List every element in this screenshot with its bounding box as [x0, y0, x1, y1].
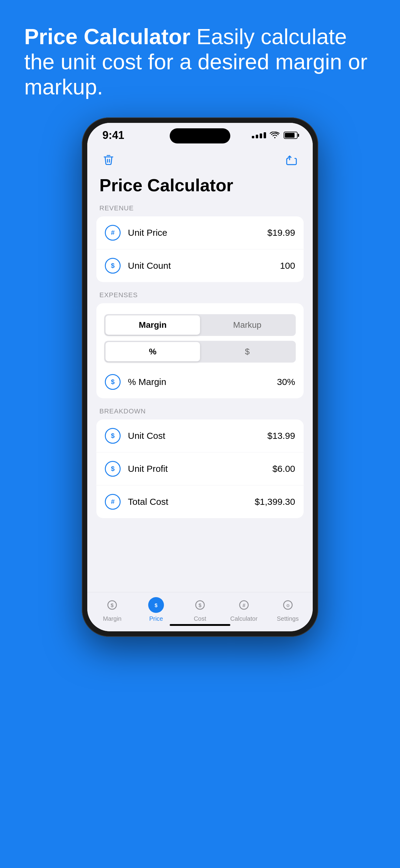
revenue-section-label: REVENUE [96, 204, 304, 216]
calculator-tab-icon: # [236, 597, 252, 613]
expenses-section-label: EXPENSES [96, 291, 304, 303]
phone-wrapper: 9:41 [0, 117, 400, 868]
percent-dollar-segment[interactable]: % $ [104, 341, 296, 363]
toolbar [96, 145, 304, 172]
phone-screen: 9:41 [87, 123, 313, 631]
phone-frame: 9:41 [82, 117, 318, 637]
signal-icon [252, 132, 266, 138]
tab-price[interactable]: $ Price [134, 597, 178, 622]
status-time: 9:41 [103, 129, 124, 142]
revenue-card: # Unit Price $19.99 $ Unit Count 100 [96, 216, 304, 282]
share-icon [286, 154, 297, 165]
share-button[interactable] [282, 151, 301, 169]
expenses-card: Margin Markup % $ $ % Margin 30% [96, 303, 304, 398]
cost-tab-icon: $ [192, 597, 208, 613]
breakdown-section-label: BREAKDOWN [96, 407, 304, 420]
tab-calculator[interactable]: # Calculator [222, 597, 266, 622]
battery-icon [284, 132, 297, 139]
app-content: Price Calculator REVENUE # Unit Price $1… [87, 145, 313, 579]
unit-cost-icon: $ [105, 428, 121, 444]
price-tab-icon: $ [148, 597, 164, 613]
svg-text:⚙: ⚙ [286, 603, 290, 608]
unit-cost-row[interactable]: $ Unit Cost $13.99 [96, 420, 304, 453]
unit-count-row[interactable]: $ Unit Count 100 [96, 249, 304, 282]
percent-margin-value: 30% [277, 377, 295, 387]
markup-segment-btn[interactable]: Markup [200, 315, 294, 335]
percent-margin-label: % Margin [128, 377, 277, 387]
unit-profit-row[interactable]: $ Unit Profit $6.00 [96, 453, 304, 486]
unit-cost-label: Unit Cost [128, 431, 267, 441]
margin-tab-icon: $ [104, 597, 120, 613]
unit-cost-value: $13.99 [267, 431, 295, 441]
trash-icon [103, 154, 114, 165]
percent-margin-row[interactable]: $ % Margin 30% [96, 366, 304, 398]
svg-text:#: # [242, 602, 246, 608]
total-cost-value: $1,399.30 [255, 497, 295, 507]
status-bar: 9:41 [87, 123, 313, 145]
total-cost-icon: # [105, 494, 121, 510]
percent-margin-icon: $ [105, 374, 121, 390]
unit-profit-icon: $ [105, 461, 121, 477]
unit-price-value: $19.99 [267, 227, 295, 238]
hero-text: Price Calculator Easily calculate the un… [0, 0, 400, 117]
total-cost-row[interactable]: # Total Cost $1,399.30 [96, 486, 304, 518]
unit-profit-label: Unit Profit [128, 464, 273, 474]
dollar-segment-btn[interactable]: $ [200, 342, 294, 361]
unit-price-row[interactable]: # Unit Price $19.99 [96, 216, 304, 249]
unit-price-icon: # [105, 225, 121, 241]
tab-cost[interactable]: $ Cost [178, 597, 222, 622]
percent-segment-btn[interactable]: % [106, 342, 200, 361]
unit-count-value: 100 [280, 260, 295, 271]
total-cost-label: Total Cost [128, 497, 255, 507]
breakdown-card: $ Unit Cost $13.99 $ Unit Profit $6.00 #… [96, 420, 304, 518]
svg-text:$: $ [154, 602, 158, 608]
dynamic-island [170, 128, 230, 144]
page-title: Price Calculator [96, 172, 304, 204]
hero-title-bold: Price Calculator [24, 25, 190, 49]
tab-margin[interactable]: $ Margin [90, 597, 134, 622]
unit-count-icon: $ [105, 258, 121, 274]
svg-text:$: $ [199, 602, 201, 608]
settings-tab-icon: ⚙ [280, 597, 296, 613]
unit-count-label: Unit Count [128, 260, 280, 271]
trash-button[interactable] [99, 151, 118, 169]
tab-settings[interactable]: ⚙ Settings [266, 597, 310, 622]
unit-price-label: Unit Price [128, 227, 267, 238]
status-icons [252, 132, 297, 139]
wifi-icon [270, 132, 280, 139]
home-indicator [170, 624, 230, 626]
unit-profit-value: $6.00 [273, 464, 295, 474]
margin-markup-segment[interactable]: Margin Markup [104, 314, 296, 336]
margin-segment-btn[interactable]: Margin [106, 315, 200, 335]
svg-text:$: $ [111, 602, 114, 608]
